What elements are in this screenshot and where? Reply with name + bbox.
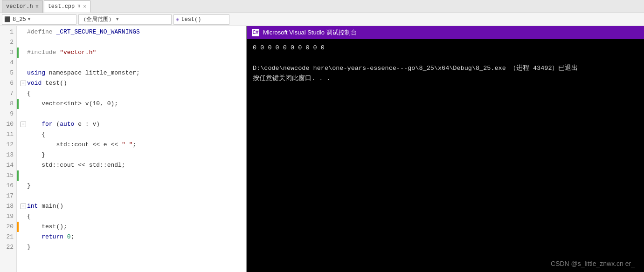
code-line-12: std::cout << e << " "; bbox=[21, 140, 246, 150]
chevron-down-icon: ▼ bbox=[28, 17, 30, 22]
watermark: CSDN @s_little_znwx.cn er_ bbox=[551, 260, 635, 267]
code-line-18: −int main() bbox=[21, 201, 246, 211]
tab-vector-h[interactable]: vector.h π bbox=[2, 0, 43, 13]
code-line-4 bbox=[21, 58, 246, 68]
code-line-11: { bbox=[21, 129, 246, 140]
code-line-3: #include "vector.h" bbox=[21, 48, 246, 58]
tab-test-cpp[interactable]: test.cpp π ✕ bbox=[44, 0, 90, 13]
code-line-10: − for (auto e : v) bbox=[21, 119, 246, 129]
function-dropdown[interactable]: ◈ test() bbox=[173, 14, 229, 25]
console-body: 0 0 0 0 0 0 0 0 0 0 D:\code\newcode here… bbox=[247, 39, 644, 272]
code-line-8: vector<int> v(10, 0); bbox=[21, 99, 246, 109]
console-output-2 bbox=[253, 53, 638, 63]
tab-label: vector.h bbox=[6, 3, 33, 10]
context-dropdown[interactable]: （全局范围） ▼ bbox=[78, 14, 172, 25]
code-line-16: } bbox=[21, 181, 246, 191]
close-icon[interactable]: ✕ bbox=[83, 3, 86, 9]
code-line-15 bbox=[21, 170, 246, 181]
code-line-7: { bbox=[21, 88, 246, 99]
code-line-19: { bbox=[21, 211, 246, 222]
console-window: C# Microsoft Visual Studio 调试控制台 0 0 0 0… bbox=[246, 26, 644, 272]
main-area: 12345678910111213141516171819202122 #def… bbox=[0, 26, 644, 272]
function-label: test() bbox=[181, 16, 201, 23]
console-titlebar: C# Microsoft Visual Studio 调试控制台 bbox=[247, 26, 644, 39]
chevron-down-icon: ▼ bbox=[116, 17, 118, 22]
scope-label: 8_25 bbox=[13, 16, 26, 23]
code-line-14: std::cout << std::endl; bbox=[21, 160, 246, 170]
code-line-17 bbox=[21, 191, 246, 201]
pin-icon: π bbox=[77, 4, 80, 9]
console-output-1: 0 0 0 0 0 0 0 0 0 0 bbox=[253, 43, 638, 53]
code-line-13: } bbox=[21, 150, 246, 160]
code-line-9 bbox=[21, 109, 246, 119]
tab-label: test.cpp bbox=[48, 3, 75, 10]
console-container: C# Microsoft Visual Studio 调试控制台 0 0 0 0… bbox=[246, 26, 644, 272]
collapse-button[interactable]: − bbox=[21, 204, 26, 209]
code-editor[interactable]: 12345678910111213141516171819202122 #def… bbox=[0, 26, 246, 272]
code-line-6: −void test() bbox=[21, 78, 246, 88]
code-line-21: return 0; bbox=[21, 232, 246, 242]
code-content: #define _CRT_SECURE_NO_WARNINGS#include … bbox=[17, 26, 246, 272]
collapse-button[interactable]: − bbox=[21, 122, 26, 127]
toolbar-row: ⬛ 8_25 ▼ （全局范围） ▼ ◈ test() bbox=[0, 13, 644, 26]
scope-icon: ⬛ bbox=[4, 16, 11, 22]
code-line-2 bbox=[21, 37, 246, 48]
console-app-icon: C# bbox=[252, 29, 259, 36]
code-line-5: using namespace little_monster; bbox=[21, 68, 246, 78]
console-output-3: D:\code\newcode here\one-years-essence--… bbox=[253, 63, 638, 74]
tab-bar: vector.h π test.cpp π ✕ bbox=[0, 0, 644, 13]
collapse-button[interactable]: − bbox=[21, 81, 26, 86]
code-line-1: #define _CRT_SECURE_NO_WARNINGS bbox=[21, 27, 246, 37]
function-icon: ◈ bbox=[176, 16, 179, 23]
console-title: Microsoft Visual Studio 调试控制台 bbox=[263, 28, 357, 37]
context-label: （全局范围） bbox=[81, 15, 114, 23]
code-line-20: test(); bbox=[21, 222, 246, 232]
scope-dropdown[interactable]: ⬛ 8_25 ▼ bbox=[2, 14, 76, 25]
code-line-22: } bbox=[21, 242, 246, 252]
pin-icon: π bbox=[36, 4, 39, 9]
line-numbers: 12345678910111213141516171819202122 bbox=[0, 26, 17, 272]
console-output-4: 按任意键关闭此窗口. . . bbox=[253, 74, 638, 84]
